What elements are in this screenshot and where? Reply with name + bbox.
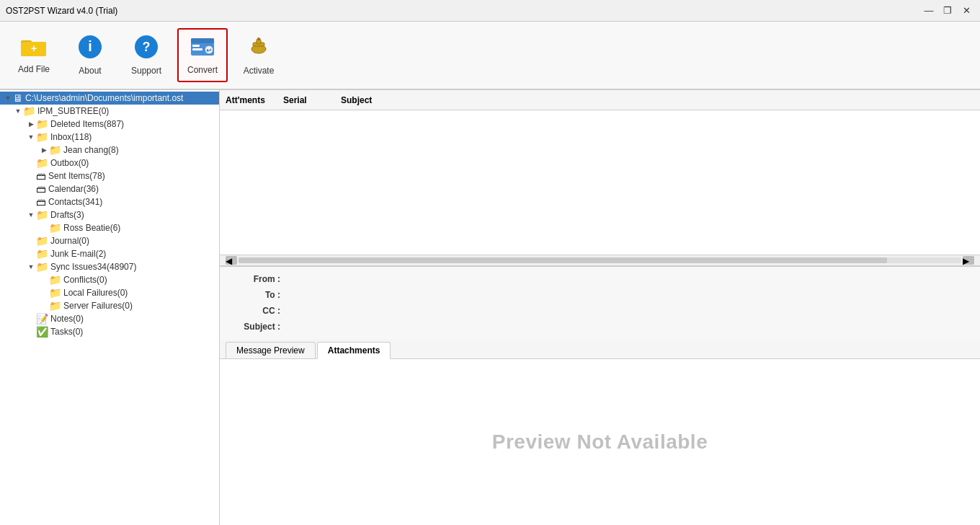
- add-file-icon: +: [21, 36, 47, 61]
- tree-item-deleted[interactable]: ▶ 📁 Deleted Items(887): [0, 118, 219, 131]
- tree-notes-label: Notes(0): [50, 314, 84, 324]
- folder-notes-icon: 📝: [36, 313, 48, 325]
- minimize-button[interactable]: —: [921, 3, 937, 19]
- tree-item-sent[interactable]: 🗃 Sent Items(78): [0, 169, 219, 182]
- col-header-serial: Serial: [283, 95, 341, 105]
- subject-row: Subject :: [228, 319, 971, 335]
- right-panel: Att'ments Serial Subject ◀ ▶ From : To :: [220, 90, 980, 525]
- preview-area: Preview Not Available: [220, 359, 980, 525]
- tree-toggle-deleted[interactable]: ▶: [26, 120, 36, 128]
- h-scroll-thumb[interactable]: [239, 257, 887, 263]
- add-file-button[interactable]: + Add File: [9, 28, 59, 82]
- horizontal-scrollbar[interactable]: ◀ ▶: [220, 255, 980, 266]
- tree-item-journal[interactable]: 📁 Journal(0): [0, 234, 219, 247]
- folder-ross-icon: 📁: [49, 222, 61, 234]
- cc-row: CC :: [228, 303, 971, 319]
- support-button[interactable]: ? Support: [121, 28, 172, 82]
- folder-tasks-icon: ✅: [36, 326, 48, 338]
- about-button[interactable]: i About: [65, 28, 115, 82]
- subject-label: Subject :: [228, 322, 286, 332]
- tree-item-ipm[interactable]: ▼ 📁 IPM_SUBTREE(0): [0, 105, 219, 118]
- tab-message-preview[interactable]: Message Preview: [226, 342, 316, 358]
- h-scroll-right[interactable]: ▶: [963, 256, 974, 265]
- tree-jean-label: Jean chang(8): [63, 145, 119, 155]
- about-label: About: [79, 66, 101, 76]
- tree-junk-label: Junk E-mail(2): [50, 249, 106, 259]
- svg-text:?: ?: [143, 40, 151, 54]
- tab-attachments[interactable]: Attachments: [317, 342, 391, 359]
- tree-sync-label: Sync Issues34(48907): [50, 262, 136, 272]
- tree-item-drafts[interactable]: ▼ 📁 Drafts(3): [0, 208, 219, 221]
- preview-tabs: Message Preview Attachments: [220, 339, 980, 359]
- svg-text:+: +: [31, 43, 37, 54]
- tree-item-contacts[interactable]: 🗃 Contacts(341): [0, 195, 219, 208]
- table-header: Att'ments Serial Subject: [220, 90, 980, 110]
- tree-toggle-root[interactable]: ▼: [3, 94, 13, 102]
- tree-toggle-ipm[interactable]: ▼: [13, 107, 23, 115]
- titlebar: OST2PST Wizard v4.0 (Trial) — ❐ ✕: [0, 0, 980, 22]
- activate-button[interactable]: Activate: [233, 28, 284, 82]
- folder-outbox-icon: 📁: [36, 157, 48, 169]
- activate-icon: [246, 35, 271, 63]
- col-header-att: Att'ments: [226, 95, 283, 105]
- titlebar-controls: — ❐ ✕: [921, 3, 974, 19]
- tree-item-calendar[interactable]: 🗃 Calendar(36): [0, 182, 219, 195]
- convert-icon: ↩: [190, 35, 215, 62]
- email-list[interactable]: [220, 110, 980, 255]
- computer-icon: 🖥: [13, 92, 23, 104]
- tree-toggle-sync[interactable]: ▼: [26, 263, 36, 270]
- tree-item-notes[interactable]: 📝 Notes(0): [0, 312, 219, 325]
- tree-root-item[interactable]: ▼ 🖥 C:\Users\admin\Documents\important.o…: [0, 92, 219, 105]
- tree-item-jean[interactable]: ▶ 📁 Jean chang(8): [0, 144, 219, 156]
- main-area: ▼ 🖥 C:\Users\admin\Documents\important.o…: [0, 90, 980, 525]
- tree-item-outbox[interactable]: 📁 Outbox(0): [0, 156, 219, 169]
- tree-item-junk[interactable]: 📁 Junk E-mail(2): [0, 247, 219, 260]
- preview-not-available-text: Preview Not Available: [492, 431, 708, 454]
- tree-tasks-label: Tasks(0): [50, 327, 83, 337]
- folder-contacts-icon: 🗃: [36, 196, 46, 208]
- tree-toggle-drafts[interactable]: ▼: [26, 211, 36, 219]
- add-file-label: Add File: [18, 64, 50, 74]
- toolbar: + Add File i About ? Support: [0, 22, 980, 90]
- tree-toggle-jean[interactable]: ▶: [39, 146, 49, 154]
- folder-journal-icon: 📁: [36, 235, 48, 247]
- tree-item-conflicts[interactable]: 📁 Conflicts(0): [0, 273, 219, 286]
- tree-outbox-label: Outbox(0): [50, 158, 89, 168]
- tree-toggle-inbox[interactable]: ▼: [26, 133, 36, 141]
- maximize-button[interactable]: ❐: [940, 3, 956, 19]
- close-button[interactable]: ✕: [958, 3, 974, 19]
- tree-server-failures-label: Server Failures(0): [63, 301, 133, 311]
- folder-local-failures-icon: 📁: [49, 287, 61, 299]
- tree-item-sync[interactable]: ▼ 📁 Sync Issues34(48907): [0, 260, 219, 273]
- folder-sent-icon: 🗃: [36, 170, 46, 182]
- tree-item-inbox[interactable]: ▼ 📁 Inbox(118): [0, 131, 219, 144]
- convert-button[interactable]: ↩ Convert: [177, 28, 228, 82]
- svg-text:↩: ↩: [206, 47, 212, 54]
- tree-item-local-failures[interactable]: 📁 Local Failures(0): [0, 286, 219, 299]
- svg-point-18: [257, 38, 260, 40]
- folder-junk-icon: 📁: [36, 248, 48, 260]
- svg-rect-11: [192, 48, 202, 50]
- folder-jean-icon: 📁: [49, 144, 61, 156]
- tree-journal-label: Journal(0): [50, 236, 89, 246]
- folder-tree-panel[interactable]: ▼ 🖥 C:\Users\admin\Documents\important.o…: [0, 90, 220, 525]
- tree-local-failures-label: Local Failures(0): [63, 288, 128, 298]
- tree-item-tasks[interactable]: ✅ Tasks(0): [0, 325, 219, 338]
- to-label: To :: [228, 290, 286, 300]
- folder-server-failures-icon: 📁: [49, 300, 61, 312]
- h-scroll-left[interactable]: ◀: [226, 256, 237, 265]
- tree-drafts-label: Drafts(3): [50, 210, 84, 220]
- tree-sent-label: Sent Items(78): [48, 171, 105, 181]
- h-scroll-track[interactable]: [239, 257, 961, 263]
- folder-ipm-icon: 📁: [23, 105, 35, 117]
- tree-ross-label: Ross Beatie(6): [63, 223, 120, 233]
- tree-ipm-label: IPM_SUBTREE(0): [37, 106, 109, 116]
- tree-item-server-failures[interactable]: 📁 Server Failures(0): [0, 299, 219, 312]
- folder-sync-icon: 📁: [36, 261, 48, 273]
- tree-item-ross[interactable]: 📁 Ross Beatie(6): [0, 221, 219, 234]
- tab-message-preview-label: Message Preview: [236, 345, 305, 356]
- folder-drafts-icon: 📁: [36, 209, 48, 221]
- tree-conflicts-label: Conflicts(0): [63, 275, 107, 285]
- titlebar-title: OST2PST Wizard v4.0 (Trial): [6, 6, 117, 16]
- cc-label: CC :: [228, 306, 286, 316]
